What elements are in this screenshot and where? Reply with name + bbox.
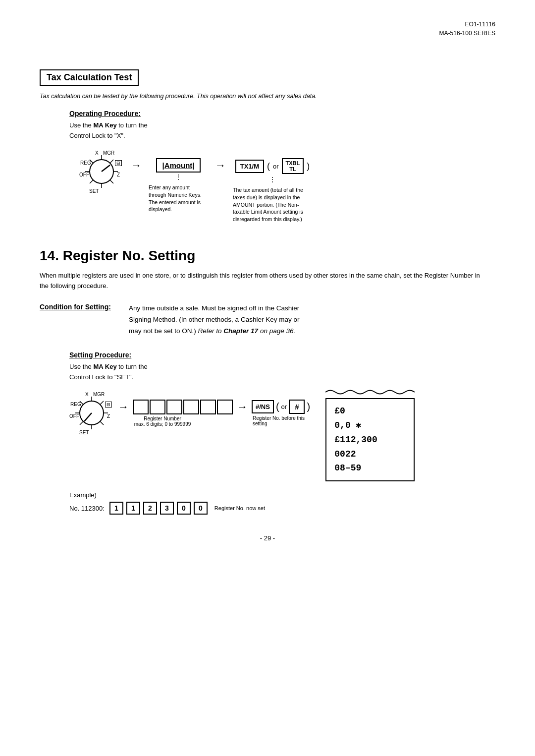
blank-key-4: [183, 400, 199, 414]
key-lock-svg-2: [69, 391, 114, 435]
example-keys-row: No. 112300: 1 1 2 3 0 0 Register No. now…: [69, 502, 495, 515]
amount-box: |Amount|: [156, 158, 200, 173]
wavy-line: [325, 388, 415, 397]
receipt-line-3: £112,300: [334, 433, 406, 447]
tx1m-key[interactable]: TX1/M: [235, 160, 264, 173]
receipt-line-4: 0022: [334, 447, 406, 462]
register-before-note: Register No. before this setting: [253, 415, 317, 426]
receipt-line-5: 08–59: [334, 461, 406, 475]
control-lock-set-text: Control Lock to "SET".: [69, 373, 495, 381]
key-lock-diagram: X MGR REG ⊟ OFF Z SET: [79, 149, 124, 194]
receipt-line-1: £0: [334, 404, 406, 418]
tax-note: Tax calculation can be tested by the fol…: [40, 93, 495, 100]
num-key-4[interactable]: 3: [160, 502, 174, 515]
example-section: Example) No. 112300: 1 1 2 3 0 0 Registe…: [69, 491, 495, 515]
svg-line-16: [100, 401, 104, 405]
arrow-2: →: [215, 159, 226, 172]
tax-section: Tax Calculation Test Tax calculation can…: [40, 30, 495, 223]
blank-key-3: [166, 400, 182, 414]
page-number: - 29 -: [40, 534, 495, 542]
arrow-1: →: [131, 159, 142, 172]
operating-procedure-block: Operating Procedure: Use the MA Key to t…: [69, 110, 495, 223]
control-lock-x-text: Control Lock to "X".: [69, 132, 495, 139]
num-key-5[interactable]: 0: [177, 502, 191, 515]
operating-procedure-label: Operating Procedure:: [69, 110, 495, 117]
amount-col: |Amount| ⋮ Enter any amount through Nume…: [149, 144, 208, 213]
use-ma-key-line: Use the MA Key to turn the: [69, 121, 495, 129]
ns-col: #/NS ( or # ) Register No. before this s…: [252, 386, 317, 426]
setting-procedure-label: Setting Procedure:: [69, 351, 495, 359]
ref-line1: EO1-11116: [439, 20, 495, 29]
chapter-title: 14. Register No. Setting: [40, 248, 495, 264]
num-key-2[interactable]: 1: [126, 502, 140, 515]
svg-line-5: [90, 160, 93, 163]
or-label-tax: or: [273, 163, 279, 170]
header-reference: EO1-11116 MA-516-100 SERIES: [439, 20, 495, 38]
svg-line-7: [90, 180, 93, 183]
condition-row: Condition for Setting: Any time outside …: [40, 303, 495, 337]
condition-label: Condition for Setting:: [40, 303, 124, 311]
no-label: No. 112300:: [69, 505, 105, 512]
condition-text: Any time outside a sale. Must be signed …: [129, 303, 299, 337]
receipt-display: £0 0,0 ✱ £112,300 0022 08–59: [325, 398, 415, 481]
txbl-tl-key[interactable]: TXBL TL: [282, 158, 304, 174]
tx1m-col: TX1/M ( or TXBL TL ) ⋮ The tax amount (t…: [233, 144, 312, 223]
tax-diagram: X MGR REG ⊟ OFF Z SET: [79, 144, 495, 223]
blank-keys-col: Register Numbermax. 6 digits; 0 to 99999…: [133, 386, 233, 427]
receipt-col: £0 0,0 ✱ £112,300 0022 08–59: [325, 388, 495, 481]
register-number-note: Register Numbermax. 6 digits; 0 to 99999…: [133, 416, 192, 427]
svg-line-17: [80, 421, 83, 425]
svg-line-6: [110, 160, 113, 163]
enter-amount-note: Enter any amount through Numeric Keys. T…: [149, 184, 208, 213]
arrow-set-2: →: [237, 401, 248, 413]
tax-section-title: Tax Calculation Test: [40, 69, 139, 86]
num-key-3[interactable]: 2: [143, 502, 157, 515]
blank-key-1: [133, 400, 149, 414]
hash-key[interactable]: #: [289, 400, 305, 414]
blank-key-2: [150, 400, 165, 414]
register-now-note: Register No. now set: [214, 505, 265, 511]
use-ma-key-set: Use the MA Key to turn the: [69, 363, 495, 370]
svg-line-15: [80, 401, 83, 405]
key-lock-diagram-2: X MGR REG ⊟ OFF Z SET: [69, 391, 114, 435]
blank-key-5: [200, 400, 216, 414]
ns-key[interactable]: #/NS: [252, 400, 274, 413]
ref-line2: MA-516-100 SERIES: [439, 29, 495, 38]
register-section: 14. Register No. Setting When multiple r…: [40, 248, 495, 515]
receipt-line-2: 0,0 ✱: [334, 418, 406, 433]
dots-2: ⋮: [269, 176, 276, 183]
blank-key-6: [217, 400, 233, 414]
svg-line-18: [100, 421, 104, 425]
chapter-desc: When multiple registers are used in one …: [40, 271, 485, 291]
condition-italic: Refer to Chapter 17 on page 36.: [198, 327, 296, 335]
arrow-set-1: →: [118, 401, 129, 413]
setting-procedure-block: Setting Procedure: Use the MA Key to tur…: [69, 351, 495, 515]
example-label: Example): [69, 491, 97, 499]
dots-1: ⋮: [175, 174, 182, 181]
num-key-6[interactable]: 0: [194, 502, 208, 515]
page: EO1-11116 MA-516-100 SERIES Tax Calculat…: [0, 0, 535, 756]
svg-line-8: [110, 180, 113, 183]
num-key-1[interactable]: 1: [109, 502, 123, 515]
key-lock-svg: [79, 149, 124, 194]
setting-diagram: X MGR REG ⊟ OFF Z SET: [69, 386, 495, 481]
or-label-reg: or: [281, 403, 287, 410]
tax-amount-note: The tax amount (total of all the taxes d…: [233, 186, 312, 223]
